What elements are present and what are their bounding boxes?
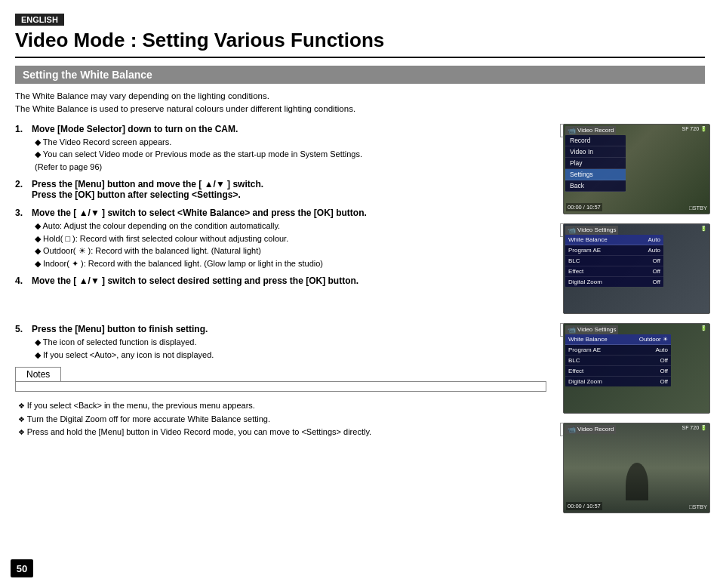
- step-3-content: Move the [ ▲/▼ ] switch to select <White…: [32, 208, 546, 269]
- step-5-bullet-1: ◆ The icon of selected function is displ…: [35, 336, 546, 349]
- note-item-1: If you select <Back> in the menu, the pr…: [15, 399, 546, 413]
- cam-2-timecode: 00:00 / 10:57: [566, 203, 602, 211]
- cam-2-menu: Record Video In Play Settings Back: [565, 135, 626, 192]
- step-5-title: Press the [Menu] button to finish settin…: [32, 324, 546, 334]
- step-3-number: 3.: [15, 208, 27, 218]
- step-5: 5. Press the [Menu] button to finish set…: [15, 324, 546, 361]
- cam-label-4: 📹 Video Settings: [565, 325, 618, 334]
- intro-text: The White Balance may vary depending on …: [15, 90, 705, 116]
- intro-line-2: The White Balance is used to preserve na…: [15, 103, 705, 115]
- step-1-bullet-1: ◆ The Video Record screen appears.: [35, 136, 546, 149]
- camera-screen-3: 3 📹 Video Settings 🔋 White BalanceAuto P…: [563, 223, 705, 316]
- step-5-bullets: ◆ The icon of selected function is displ…: [32, 336, 546, 361]
- step-3-bullet-2: ◆ Hold( □ ): Record with first selected …: [35, 232, 546, 245]
- language-label: ENGLISH: [15, 14, 64, 26]
- step-4-title: Move the [ ▲/▼ ] switch to select desire…: [32, 276, 546, 286]
- step-2-title: Press the [Menu] button and move the [ ▲…: [32, 179, 546, 200]
- cam-3-menu: White BalanceAuto Program AEAuto BLCOff …: [565, 235, 663, 287]
- cam-2-play: Play: [565, 158, 626, 169]
- camera-screen-5: 5 📹 Video Record SF 720 🔋 00:00 / 10:57 …: [563, 423, 705, 515]
- camera-screen-4: 4 📹 Video Settings 🔋 White BalanceOutdoo…: [563, 323, 705, 415]
- step-1-bullets: ◆ The Video Record screen appears. ◆ You…: [32, 136, 546, 174]
- content-area: 1. Move [Mode Selector] down to turn on …: [15, 124, 705, 518]
- cam-label-2: 📹 Video Record: [565, 126, 616, 135]
- step-1-bullet-3: (Refer to page 96): [35, 161, 546, 174]
- page-number: 50: [11, 559, 33, 577]
- step-5-number: 5.: [15, 324, 27, 334]
- cam-3-row-1: White BalanceAuto: [565, 235, 663, 245]
- cam-4-icons: 🔋: [700, 325, 707, 331]
- cam-4-row-4: EffectOff: [565, 366, 671, 377]
- step-1-number: 1.: [15, 124, 27, 134]
- cam-5-icons: SF 720 🔋: [682, 425, 707, 431]
- cam-2-back: Back: [565, 180, 626, 192]
- note-item-2: Turn the Digital Zoom off for more accur…: [15, 413, 546, 426]
- step-2: 2. Press the [Menu] button and move the …: [15, 179, 546, 202]
- cam-4-row-1: White BalanceOutdoor ☀: [565, 334, 671, 345]
- page-title: Video Mode : Setting Various Functions: [15, 29, 705, 58]
- cam-3-icons: 🔋: [700, 226, 707, 232]
- cam-4-row-2: Program AEAuto: [565, 345, 671, 356]
- cam-display-5: 📹 Video Record SF 720 🔋 00:00 / 10:57 □S…: [563, 423, 710, 513]
- cam-3-row-2: Program AEAuto: [565, 245, 663, 256]
- step-4-content: Move the [ ▲/▼ ] switch to select desire…: [32, 276, 546, 318]
- notes-tab: Notes: [15, 367, 61, 382]
- step-5-content: Press the [Menu] button to finish settin…: [32, 324, 546, 361]
- step-1-title: Move [Mode Selector] down to turn on the…: [32, 124, 546, 134]
- step-2-content: Press the [Menu] button and move the [ ▲…: [32, 179, 546, 202]
- step-5-bullet-2: ◆ If you select <Auto>, any icon is not …: [35, 349, 546, 362]
- cam-2-stby: □STBY: [689, 205, 707, 211]
- section-header: Setting the White Balance: [15, 66, 705, 84]
- notes-section: Notes: [15, 367, 546, 392]
- notes-body: [15, 381, 546, 392]
- note-items: If you select <Back> in the menu, the pr…: [15, 399, 546, 439]
- camera-screens: 2 📹 Video Record SF 720 🔋 Record Video I…: [554, 124, 705, 518]
- step-1: 1. Move [Mode Selector] down to turn on …: [15, 124, 546, 174]
- cam-2-settings: Settings: [565, 169, 626, 180]
- step-2-number: 2.: [15, 179, 27, 189]
- cam-label-5: 📹 Video Record: [565, 425, 616, 434]
- step-3-bullet-4: ◆ Indoor( ✦ ): Record with the balanced …: [35, 257, 546, 270]
- step-4: 4. Move the [ ▲/▼ ] switch to select des…: [15, 276, 546, 318]
- cam-2-videoin: Video In: [565, 146, 626, 158]
- lang-tag: ENGLISH: [15, 14, 705, 29]
- cam-5-timecode: 00:00 / 10:57: [566, 502, 602, 510]
- cam-display-2: 📹 Video Record SF 720 🔋 Record Video In …: [563, 124, 710, 214]
- cam-2-icons: SF 720 🔋: [682, 126, 707, 132]
- step-3-bullet-3: ◆ Outdoor( ☀ ): Record with the balanced…: [35, 245, 546, 257]
- step-4-number: 4.: [15, 276, 27, 286]
- cam-4-menu: White BalanceOutdoor ☀ Program AEAuto BL…: [565, 334, 671, 386]
- intro-line-1: The White Balance may vary depending on …: [15, 90, 705, 103]
- steps-column: 1. Move [Mode Selector] down to turn on …: [15, 124, 546, 518]
- cam-label-3: 📹 Video Settings: [565, 226, 618, 235]
- step-3-title: Move the [ ▲/▼ ] switch to select <White…: [32, 208, 546, 218]
- cam-display-4: 📹 Video Settings 🔋 White BalanceOutdoor …: [563, 323, 710, 414]
- step-1-bullet-2: ◆ You can select Video mode or Previous …: [35, 148, 546, 161]
- cam-display-3: 📹 Video Settings 🔋 White BalanceAuto Pro…: [563, 223, 710, 314]
- step-3-bullets: ◆ Auto: Adjust the colour depending on t…: [32, 220, 546, 269]
- cam-3-row-4: EffectOff: [565, 266, 663, 277]
- step-3-bullet-1: ◆ Auto: Adjust the colour depending on t…: [35, 220, 546, 232]
- step-3: 3. Move the [ ▲/▼ ] switch to select <Wh…: [15, 208, 546, 269]
- cam-3-row-5: Digital ZoomOff: [565, 277, 663, 287]
- cam-2-record: Record: [565, 135, 626, 146]
- cam-3-row-3: BLCOff: [565, 256, 663, 266]
- cam-4-row-5: Digital ZoomOff: [565, 377, 671, 386]
- note-item-3: Press and hold the [Menu] button in Vide…: [15, 426, 546, 439]
- step-1-content: Move [Mode Selector] down to turn on the…: [32, 124, 546, 174]
- camera-screen-2: 2 📹 Video Record SF 720 🔋 Record Video I…: [563, 124, 705, 216]
- cam-4-row-3: BLCOff: [565, 356, 671, 366]
- cam-5-stby: □STBY: [689, 503, 707, 510]
- page: ENGLISH Video Mode : Setting Various Fun…: [0, 0, 720, 588]
